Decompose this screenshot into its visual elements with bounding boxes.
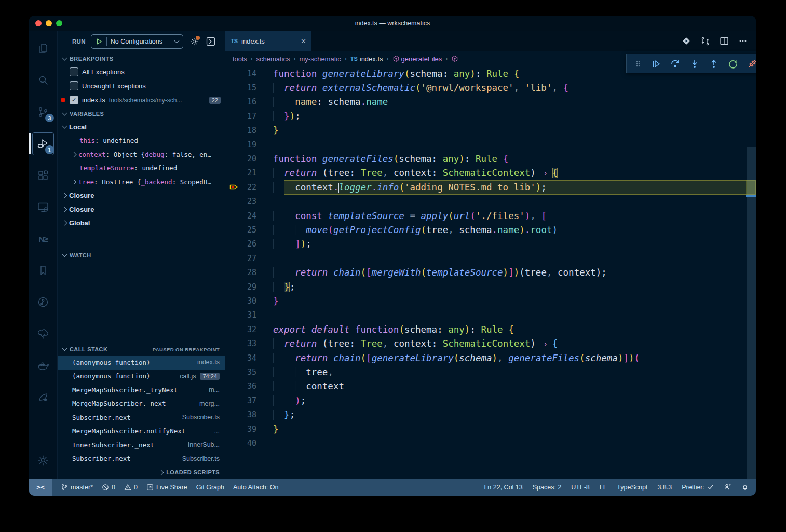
editor-gutter[interactable]: 40	[225, 436, 273, 450]
editor-scrollbar[interactable]	[746, 66, 756, 479]
maximize-window-button[interactable]	[56, 20, 62, 26]
code-editor[interactable]: 4039}38 };37 );36 context35 tree,34 retu…	[225, 66, 756, 479]
compare-changes-icon[interactable]	[700, 36, 710, 46]
breadcrumb-item-tools[interactable]: tools	[233, 55, 247, 63]
breakpoint-checkbox[interactable]	[70, 81, 78, 90]
variable-row[interactable]: tree: HostTree {_backend: ScopedH…	[58, 175, 225, 189]
status-item-feedback[interactable]	[724, 483, 731, 491]
debug-configuration-dropdown[interactable]: No Configurations	[91, 34, 183, 49]
code-line-29[interactable]: 29 };	[225, 280, 756, 294]
breadcrumb-item-schematics[interactable]: schematics	[256, 55, 290, 63]
status-item-utf-8[interactable]: UTF-8	[571, 484, 589, 491]
code-line-40[interactable]: 40	[225, 436, 756, 450]
code-line-30[interactable]: 30}	[225, 294, 756, 308]
status-item-ln-22-col-13[interactable]: Ln 22, Col 13	[484, 484, 522, 491]
activity-bar-item-search[interactable]	[31, 67, 55, 94]
debug-configuration-value[interactable]: No Configurations	[111, 38, 162, 45]
editor-gutter[interactable]: 30	[225, 294, 273, 308]
status-item-prettier[interactable]: Prettier:	[682, 484, 714, 491]
editor-gutter[interactable]: 35	[225, 365, 273, 379]
code-line-text[interactable]: );	[273, 395, 306, 406]
continue-button[interactable]	[651, 59, 660, 69]
call-stack-frame[interactable]: MergeMapSubscriber._nextmerg...	[58, 397, 225, 411]
minimize-window-button[interactable]	[46, 20, 52, 26]
variable-row[interactable]: templateSource: undefined	[58, 161, 225, 175]
code-line-text[interactable]: }	[273, 125, 279, 135]
variables-scope-row[interactable]: Closure	[58, 202, 225, 216]
editor-gutter[interactable]: 36	[225, 379, 273, 393]
code-line-37[interactable]: 37 );	[225, 393, 756, 407]
start-debug-icon[interactable]	[96, 38, 103, 45]
call-stack-frame[interactable]: (anonymous function)index.ts	[58, 356, 225, 370]
code-line-20[interactable]: 20function generateFiles(schema: any): R…	[225, 152, 756, 166]
call-stack-frame[interactable]: MergeMapSubscriber.notifyNext...	[58, 425, 225, 439]
activity-bar-item-deploy[interactable]	[31, 384, 55, 411]
call-stack-frame[interactable]: InnerSubscriber._nextInnerSub...	[58, 438, 225, 452]
step-out-button[interactable]	[709, 59, 719, 69]
variable-row[interactable]: this: undefined	[58, 134, 225, 148]
status-item-spaces-2[interactable]: Spaces: 2	[533, 484, 562, 491]
code-line-17[interactable]: 17 });	[225, 109, 756, 123]
variables-section-header[interactable]: VARIABLES	[58, 107, 225, 120]
breadcrumb-item-indexts[interactable]: TSindex.ts	[350, 55, 383, 63]
breadcrumb-item-generateFiles[interactable]: generateFiles	[392, 55, 442, 63]
split-editor-icon[interactable]	[720, 36, 729, 46]
variables-scope-row[interactable]: Closure	[58, 189, 225, 203]
code-line-22[interactable]: 22 context.logger.info('adding NOTES.md …	[225, 180, 756, 194]
editor-gutter[interactable]: 26	[225, 237, 273, 251]
activity-bar-item-run-and-debug[interactable]: 1	[31, 130, 55, 157]
watch-section-header[interactable]: WATCH	[58, 249, 225, 262]
activity-bar-item-remote-explorer[interactable]	[31, 194, 55, 221]
code-line-text[interactable]: name: schema.name	[273, 97, 388, 107]
code-line-38[interactable]: 38 };	[225, 408, 756, 422]
code-line-31[interactable]: 31	[225, 308, 756, 322]
code-line-text[interactable]: });	[273, 111, 301, 121]
code-line-text[interactable]: move(getProjectConfig(tree, schema.name)…	[273, 225, 558, 235]
step-over-button[interactable]	[670, 59, 680, 69]
editor-gutter[interactable]: 24	[225, 209, 273, 223]
code-line-25[interactable]: 25 move(getProjectConfig(tree, schema.na…	[225, 223, 756, 237]
activity-bar-item-bookmarks[interactable]	[31, 257, 55, 284]
code-line-text[interactable]: function generateFiles(schema: any): Rul…	[273, 154, 508, 164]
breakpoint-checkbox[interactable]: ✓	[70, 96, 78, 104]
call-stack-frame[interactable]: MergeMapSubscriber._tryNextm...	[58, 383, 225, 397]
code-line-text[interactable]: return (tree: Tree, context: SchematicCo…	[273, 338, 558, 349]
code-line-19[interactable]: 19	[225, 138, 756, 152]
code-line-text[interactable]: }	[273, 296, 279, 306]
code-line-39[interactable]: 39}	[225, 422, 756, 436]
code-line-text[interactable]: context.logger.info('adding NOTES.md to …	[273, 182, 547, 193]
code-line-text[interactable]: const templateSource = apply(url('./file…	[273, 211, 547, 221]
status-item-master[interactable]: master*	[61, 484, 93, 491]
editor-gutter[interactable]: 32	[225, 322, 273, 336]
more-actions-icon[interactable]	[738, 36, 748, 46]
close-window-button[interactable]	[35, 20, 42, 26]
code-line-28[interactable]: 28 return chain([mergeWith(templateSourc…	[225, 266, 756, 280]
breakpoint-row[interactable]: ✓index.tstools/schematics/my-sch...22	[58, 93, 225, 107]
activity-bar-item-extensions[interactable]	[31, 162, 55, 189]
code-line-26[interactable]: 26 ]);	[225, 237, 756, 251]
status-item-lf[interactable]: LF	[600, 484, 607, 491]
editor-gutter[interactable]: 14	[225, 66, 273, 80]
editor-gutter[interactable]: 16	[225, 95, 273, 109]
activity-bar-item-testing[interactable]	[31, 320, 55, 347]
editor-gutter[interactable]: 28	[225, 266, 273, 280]
editor-gutter[interactable]: 15	[225, 80, 273, 94]
open-changes-icon[interactable]	[682, 36, 691, 46]
activity-bar-item-docker[interactable]	[31, 352, 55, 379]
editor-gutter[interactable]: 34	[225, 351, 273, 365]
status-item-live-share[interactable]: Live Share	[146, 484, 187, 491]
code-line-23[interactable]: 23	[225, 195, 756, 209]
variable-row[interactable]: context: Object {debug: false, en…	[58, 147, 225, 161]
status-item-0[interactable]: 0	[102, 484, 115, 491]
variables-scope-row[interactable]: Global	[58, 216, 225, 230]
status-item-git-graph[interactable]: Git Graph	[196, 484, 224, 491]
disconnect-button[interactable]	[748, 59, 756, 69]
status-item-typescript[interactable]: TypeScript	[617, 484, 647, 491]
code-line-34[interactable]: 34 return chain([generateLibrary(schema)…	[225, 351, 756, 365]
code-line-text[interactable]: }	[273, 424, 279, 434]
editor-gutter[interactable]: 20	[225, 152, 273, 166]
code-line-text[interactable]: return (tree: Tree, context: SchematicCo…	[273, 168, 558, 178]
code-line-15[interactable]: 15 return externalSchematic('@nrwl/works…	[225, 80, 756, 94]
close-tab-icon[interactable]: ✕	[301, 37, 306, 45]
code-line-text[interactable]: return chain([generateLibrary(schema), g…	[273, 353, 640, 363]
